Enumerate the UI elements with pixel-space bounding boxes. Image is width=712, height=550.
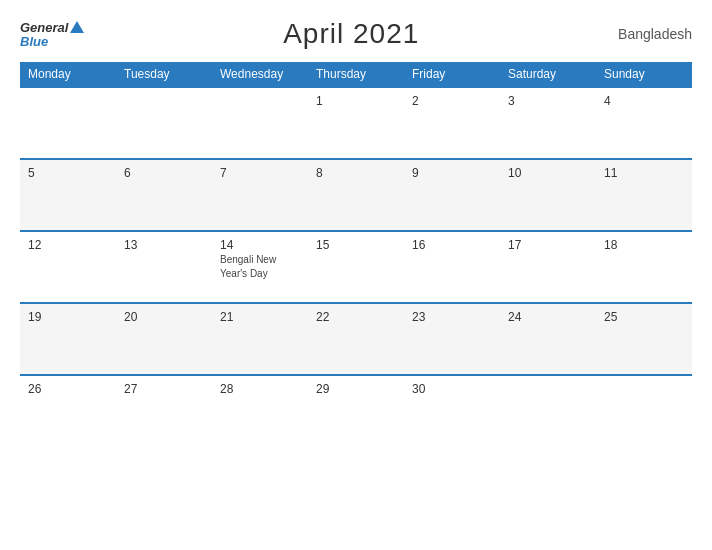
calendar-cell: 25 (596, 303, 692, 375)
day-number: 26 (28, 382, 108, 396)
calendar-cell: 8 (308, 159, 404, 231)
calendar-cell: 10 (500, 159, 596, 231)
weekday-header-monday: Monday (20, 62, 116, 87)
day-number: 22 (316, 310, 396, 324)
calendar-cell: 30 (404, 375, 500, 447)
calendar-cell (116, 87, 212, 159)
day-number: 10 (508, 166, 588, 180)
day-number: 15 (316, 238, 396, 252)
day-number: 4 (604, 94, 684, 108)
calendar-tbody: 1234567891011121314Bengali New Year's Da… (20, 87, 692, 447)
day-number: 28 (220, 382, 300, 396)
day-number: 21 (220, 310, 300, 324)
weekday-header-thursday: Thursday (308, 62, 404, 87)
day-number: 27 (124, 382, 204, 396)
day-number: 12 (28, 238, 108, 252)
calendar-cell: 28 (212, 375, 308, 447)
calendar-cell: 24 (500, 303, 596, 375)
calendar-cell: 21 (212, 303, 308, 375)
day-number: 6 (124, 166, 204, 180)
day-number: 3 (508, 94, 588, 108)
calendar-week-row: 19202122232425 (20, 303, 692, 375)
weekday-header-sunday: Sunday (596, 62, 692, 87)
calendar-cell: 27 (116, 375, 212, 447)
calendar-thead: MondayTuesdayWednesdayThursdayFridaySatu… (20, 62, 692, 87)
day-number: 1 (316, 94, 396, 108)
day-number: 8 (316, 166, 396, 180)
day-number: 16 (412, 238, 492, 252)
country-label: Bangladesh (618, 26, 692, 42)
calendar-cell: 22 (308, 303, 404, 375)
calendar-cell: 14Bengali New Year's Day (212, 231, 308, 303)
calendar-header: General Blue April 2021 Bangladesh (20, 18, 692, 50)
event-label: Bengali New Year's Day (220, 254, 276, 279)
calendar-week-row: 121314Bengali New Year's Day15161718 (20, 231, 692, 303)
calendar-cell: 19 (20, 303, 116, 375)
calendar-cell (596, 375, 692, 447)
day-number: 13 (124, 238, 204, 252)
weekday-header-saturday: Saturday (500, 62, 596, 87)
calendar-cell (212, 87, 308, 159)
logo-blue-text: Blue (20, 35, 48, 48)
day-number: 18 (604, 238, 684, 252)
calendar-cell: 15 (308, 231, 404, 303)
calendar-container: General Blue April 2021 Bangladesh Monda… (0, 0, 712, 550)
day-number: 2 (412, 94, 492, 108)
logo-triangle-icon (70, 21, 84, 33)
calendar-cell: 2 (404, 87, 500, 159)
calendar-cell: 29 (308, 375, 404, 447)
calendar-cell: 5 (20, 159, 116, 231)
calendar-week-row: 2627282930 (20, 375, 692, 447)
calendar-cell: 9 (404, 159, 500, 231)
day-number: 20 (124, 310, 204, 324)
day-number: 14 (220, 238, 300, 252)
weekday-header-row: MondayTuesdayWednesdayThursdayFridaySatu… (20, 62, 692, 87)
calendar-cell: 16 (404, 231, 500, 303)
month-title: April 2021 (283, 18, 419, 50)
calendar-cell (20, 87, 116, 159)
calendar-cell: 26 (20, 375, 116, 447)
day-number: 25 (604, 310, 684, 324)
calendar-cell: 4 (596, 87, 692, 159)
day-number: 30 (412, 382, 492, 396)
day-number: 9 (412, 166, 492, 180)
day-number: 24 (508, 310, 588, 324)
calendar-cell: 13 (116, 231, 212, 303)
calendar-cell: 18 (596, 231, 692, 303)
day-number: 7 (220, 166, 300, 180)
calendar-cell (500, 375, 596, 447)
weekday-header-wednesday: Wednesday (212, 62, 308, 87)
logo: General Blue (20, 21, 84, 48)
calendar-cell: 1 (308, 87, 404, 159)
calendar-cell: 3 (500, 87, 596, 159)
weekday-header-friday: Friday (404, 62, 500, 87)
logo-general-text: General (20, 21, 68, 34)
calendar-cell: 17 (500, 231, 596, 303)
calendar-table: MondayTuesdayWednesdayThursdayFridaySatu… (20, 62, 692, 447)
weekday-header-tuesday: Tuesday (116, 62, 212, 87)
calendar-week-row: 567891011 (20, 159, 692, 231)
calendar-cell: 11 (596, 159, 692, 231)
day-number: 29 (316, 382, 396, 396)
calendar-cell: 12 (20, 231, 116, 303)
day-number: 17 (508, 238, 588, 252)
calendar-cell: 6 (116, 159, 212, 231)
day-number: 11 (604, 166, 684, 180)
calendar-cell: 23 (404, 303, 500, 375)
calendar-cell: 20 (116, 303, 212, 375)
day-number: 19 (28, 310, 108, 324)
day-number: 5 (28, 166, 108, 180)
day-number: 23 (412, 310, 492, 324)
calendar-week-row: 1234 (20, 87, 692, 159)
calendar-cell: 7 (212, 159, 308, 231)
